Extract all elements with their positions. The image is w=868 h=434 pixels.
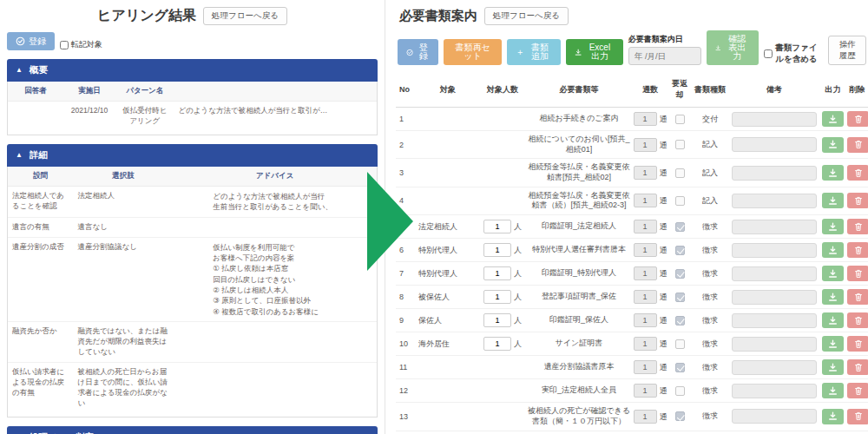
download-button[interactable] [822,336,844,352]
copies-input[interactable] [634,360,657,374]
return-required-checkbox[interactable] [675,386,685,396]
target-count-input[interactable] [483,290,511,304]
delete-button[interactable] [847,111,868,127]
return-required-checkbox[interactable] [675,269,685,279]
delete-button[interactable] [847,193,868,208]
remarks-input[interactable] [732,220,818,234]
delete-button[interactable] [847,289,868,305]
copies-input[interactable] [634,290,657,304]
delete-button[interactable] [847,359,868,375]
delete-button[interactable] [847,137,868,153]
document-add-button[interactable]: ＋ 書類追加 [507,39,561,65]
remarks-input[interactable] [732,384,818,398]
remarks-input[interactable] [732,243,818,258]
output-cell [819,131,846,159]
remarks-input[interactable] [732,266,818,281]
remarks-input[interactable] [732,137,818,152]
download-button[interactable] [822,137,844,153]
choice-cell: 法定相続人 [73,187,173,218]
section-overview-header[interactable]: ▲ 概要 [7,59,378,82]
delete-button[interactable] [847,312,868,328]
remarks-input[interactable] [732,337,818,352]
download-button[interactable] [822,219,844,234]
copies-input[interactable] [634,313,657,327]
excel-export-button[interactable]: Excel出力 [566,39,623,65]
download-button[interactable] [822,383,844,398]
remarks-input[interactable] [732,166,818,181]
row-number: 10 [396,332,417,356]
target-count-input[interactable] [483,243,511,257]
return-required-checkbox[interactable] [675,196,685,206]
left-register-button[interactable]: 登録 [7,32,55,50]
delete-button[interactable] [847,219,868,234]
output-cell [819,403,846,431]
return-required-checkbox[interactable] [675,140,685,149]
copies-input[interactable] [634,166,657,180]
operation-history-button[interactable]: 操作履歴 [828,36,866,65]
right-register-button[interactable]: 登録 [398,39,438,65]
target-name: 保佐人 [417,309,479,332]
copies-input[interactable] [634,112,657,126]
left-back-to-flow-button[interactable]: 処理フローへ戻る [203,7,287,25]
confirm-sheet-export-button[interactable]: 確認表出力 [707,30,759,65]
target-count-input[interactable] [483,337,511,351]
target-count-cell [479,403,526,431]
target-count-input[interactable] [483,313,511,327]
return-required-checkbox[interactable] [675,339,685,349]
download-button[interactable] [822,266,844,281]
return-required-checkbox[interactable] [675,363,685,372]
remarks-input[interactable] [732,360,818,375]
trash-icon [854,339,863,349]
return-required-checkbox[interactable] [675,115,685,124]
download-button[interactable] [822,289,844,305]
section-details-header[interactable]: ▲ 詳細 [7,144,378,167]
delete-button[interactable] [847,266,868,281]
question-cell: 遺産分割の成否 [8,237,73,321]
return-required-checkbox[interactable] [675,293,685,302]
remarks-input[interactable] [732,313,818,328]
include-files-checkbox[interactable] [764,49,773,58]
return-required-checkbox[interactable] [675,316,685,326]
copies-input[interactable] [634,220,657,233]
document-kind: 徴求 [691,239,729,262]
overview-date: 2021/12/10 [63,102,115,132]
download-button[interactable] [822,359,844,375]
delete-button[interactable] [847,409,868,424]
copies-input[interactable] [634,384,657,398]
copies-input[interactable] [634,243,657,257]
documents-table: No対象対象人数必要書類等通数要返却書類種類備考出力削除 1相続お手続きのご案内… [396,72,868,434]
guide-date-input[interactable] [628,47,701,65]
copies-input[interactable] [634,410,657,424]
remarks-cell [729,131,819,159]
copies-input[interactable] [634,194,657,207]
download-button[interactable] [822,165,844,181]
download-button[interactable] [822,242,844,258]
target-count-input[interactable] [483,220,511,233]
target-count-input[interactable] [483,266,511,280]
return-required-checkbox[interactable] [675,168,685,178]
return-required-checkbox[interactable] [675,411,685,421]
delete-button[interactable] [847,165,868,181]
remarks-input[interactable] [732,290,818,305]
transfer-target-checkbox[interactable] [60,41,69,49]
delete-button[interactable] [847,336,868,352]
delete-button[interactable] [847,383,868,398]
remarks-input[interactable] [732,112,818,127]
download-button[interactable] [822,193,844,208]
copies-input[interactable] [634,266,657,280]
green-arrow-icon [367,172,413,271]
remarks-input[interactable] [732,409,818,424]
return-required-checkbox[interactable] [675,222,685,232]
copies-input[interactable] [634,138,657,152]
right-back-to-flow-button[interactable]: 処理フローへ戻る [484,7,569,25]
section-flow-judgement-header[interactable]: ▼ 処理フロー判定 [7,426,378,434]
return-required-checkbox[interactable] [675,246,685,255]
download-button[interactable] [822,312,844,328]
download-button[interactable] [822,111,844,127]
remarks-input[interactable] [732,194,818,208]
copies-input[interactable] [634,337,657,351]
document-reset-button[interactable]: 書類再セット [444,39,502,65]
download-button[interactable] [822,409,844,424]
delete-button[interactable] [847,242,868,258]
copies-cell: 通 [632,159,668,187]
